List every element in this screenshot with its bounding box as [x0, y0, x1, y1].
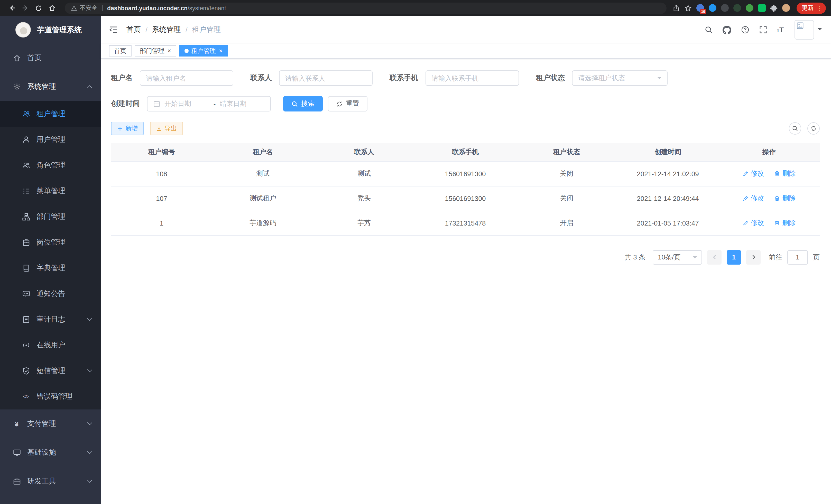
page-number-button[interactable]: 1 — [727, 250, 741, 264]
contact-input[interactable] — [285, 74, 366, 82]
cell-created: 2021-12-14 20:49:44 — [617, 186, 718, 211]
navbar-actions: тT — [704, 20, 822, 39]
table-header: 租户编号 租户名 联系人 联系手机 租户状态 创建时间 操作 — [111, 143, 820, 161]
edit-link[interactable]: 修改 — [742, 194, 764, 203]
search-button[interactable]: 搜索 — [283, 96, 323, 112]
tenant-table: 租户编号 租户名 联系人 联系手机 租户状态 创建时间 操作 108 测试 — [111, 143, 820, 236]
browser-profile-avatar[interactable] — [782, 4, 790, 12]
sidebar-item-system-management[interactable]: 系统管理 — [0, 72, 101, 101]
chevron-down-icon — [87, 367, 92, 372]
download-icon — [156, 126, 162, 131]
tenant-name-input[interactable] — [146, 74, 227, 82]
extension-icon[interactable] — [746, 4, 753, 12]
add-button-label: 新增 — [125, 124, 138, 133]
bookmark-button[interactable] — [685, 4, 692, 11]
app-root: 不安全 dashboard.yudao.iocoder.cn/system/te… — [0, 0, 831, 504]
sidebar-toggle[interactable] — [109, 25, 118, 34]
sidebar-item-notice[interactable]: 通知公告 — [0, 281, 101, 307]
tab-label: 租户管理 — [191, 47, 216, 55]
update-label: 更新 — [802, 4, 813, 12]
sidebar-item-dict-management[interactable]: 字典管理 — [0, 255, 101, 281]
sidebar-item-online-users[interactable]: 在线用户 — [0, 332, 101, 358]
extension-icon[interactable] — [721, 4, 729, 12]
select-placeholder: 请选择租户状态 — [578, 73, 625, 83]
next-page-button[interactable] — [746, 250, 761, 264]
delete-link[interactable]: 删除 — [774, 169, 796, 178]
sidebar-item-infrastructure[interactable]: 基础设施 — [0, 438, 101, 467]
breadcrumb-separator: / — [145, 26, 147, 34]
sidebar-item-user-management[interactable]: 用户管理 — [0, 127, 101, 153]
browser-menu-icon[interactable]: ⋮ — [816, 5, 822, 11]
tab-tenant-management[interactable]: 租户管理 × — [179, 45, 228, 57]
edit-link[interactable]: 修改 — [742, 218, 764, 228]
user-menu[interactable] — [795, 20, 822, 39]
address-bar[interactable]: 不安全 dashboard.yudao.iocoder.cn/system/te… — [65, 2, 666, 13]
browser-back-button[interactable] — [5, 1, 19, 14]
sidebar-item-label: 岗位管理 — [36, 238, 65, 247]
edit-link[interactable]: 修改 — [742, 169, 764, 178]
chevron-down-icon — [87, 420, 92, 425]
sidebar-item-error-code[interactable]: </> 错误码管理 — [0, 384, 101, 410]
sidebar-item-dept-management[interactable]: 部门管理 — [0, 204, 101, 230]
sidebar-item-dev-tools[interactable]: 研发工具 — [0, 467, 101, 496]
browser-home-button[interactable] — [45, 1, 59, 14]
status-select[interactable]: 请选择租户状态 — [572, 70, 667, 86]
tab-dept-management[interactable]: 部门管理 × — [135, 45, 176, 57]
cell-contact: 芋艿 — [314, 211, 415, 235]
header-search-button[interactable] — [704, 26, 713, 34]
extensions-menu-button[interactable] — [770, 4, 778, 11]
reset-button[interactable]: 重置 — [328, 96, 368, 112]
sidebar-item-menu-management[interactable]: 菜单管理 — [0, 178, 101, 204]
prev-page-button[interactable] — [707, 250, 721, 264]
user-icon — [22, 136, 30, 144]
sidebar-item-label: 在线用户 — [36, 340, 65, 350]
security-indicator[interactable]: 不安全 — [71, 4, 97, 12]
export-button[interactable]: 导出 — [150, 122, 183, 135]
chevron-up-icon — [87, 85, 92, 90]
page-size-select[interactable]: 10条/页 — [653, 250, 702, 264]
edit-label: 修改 — [751, 218, 764, 228]
refresh-table-button[interactable] — [807, 122, 820, 135]
filter-contact: 联系人 — [250, 70, 373, 86]
close-icon[interactable]: × — [168, 48, 171, 54]
cell-actions: 修改 删除 — [718, 186, 820, 211]
delete-link[interactable]: 删除 — [774, 194, 796, 203]
mobile-input[interactable] — [432, 74, 513, 82]
fullscreen-button[interactable] — [759, 26, 767, 34]
extension-icon[interactable] — [733, 4, 741, 12]
forward-icon — [21, 4, 29, 12]
share-button[interactable] — [673, 4, 680, 11]
browser-reload-button[interactable] — [32, 1, 45, 14]
delete-link[interactable]: 删除 — [774, 218, 796, 228]
sidebar-item-home[interactable]: 首页 — [0, 44, 101, 72]
shield-icon — [22, 366, 30, 375]
browser-forward-button[interactable] — [19, 1, 32, 14]
breadcrumb-system[interactable]: 系统管理 — [152, 25, 181, 34]
font-size-button[interactable]: тT — [777, 26, 784, 33]
date-range-picker[interactable]: 开始日期 - 结束日期 — [147, 96, 271, 112]
extension-icon[interactable] — [709, 4, 716, 12]
add-button[interactable]: 新增 — [111, 122, 144, 135]
search-button-label: 搜索 — [301, 99, 315, 109]
sidebar-item-tenant-management[interactable]: 租户管理 — [0, 101, 101, 127]
browser-update-button[interactable]: 更新 ⋮ — [797, 2, 826, 13]
url-path: /system/tenant — [188, 5, 226, 11]
github-link[interactable] — [722, 25, 731, 34]
toggle-search-button[interactable] — [789, 122, 801, 135]
close-icon[interactable]: × — [219, 48, 223, 54]
breadcrumb-separator: / — [185, 26, 188, 34]
cell-mobile: 15601691300 — [415, 161, 516, 186]
extension-icon[interactable] — [758, 4, 766, 12]
docs-help-button[interactable] — [741, 26, 749, 34]
app-logo[interactable]: 芋道管理系统 — [0, 16, 101, 44]
goto-page-input[interactable] — [787, 250, 808, 264]
extension-icon[interactable]: 10 — [696, 4, 704, 12]
sidebar-item-role-management[interactable]: 角色管理 — [0, 153, 101, 178]
sidebar-item-payment-management[interactable]: ¥ 支付管理 — [0, 410, 101, 438]
sidebar-item-sms-management[interactable]: 短信管理 — [0, 358, 101, 384]
tab-home[interactable]: 首页 — [109, 45, 132, 57]
breadcrumb-home[interactable]: 首页 — [126, 25, 141, 34]
sidebar-item-audit-log[interactable]: 审计日志 — [0, 307, 101, 332]
sidebar-item-label: 基础设施 — [27, 448, 56, 457]
sidebar-item-post-management[interactable]: 岗位管理 — [0, 230, 101, 255]
